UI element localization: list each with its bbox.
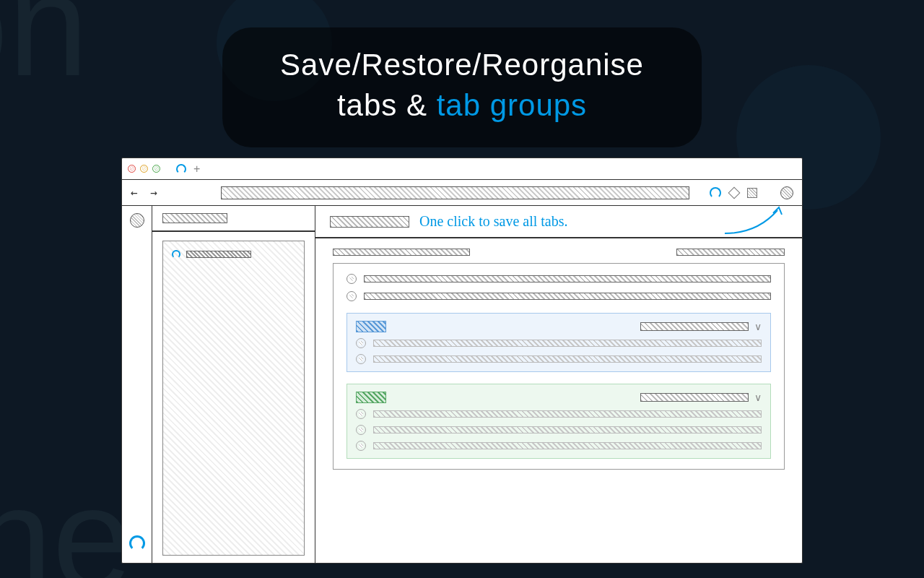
sidebar-list xyxy=(162,241,305,556)
extension-icon-2[interactable] xyxy=(747,188,757,198)
browser-menu-icon[interactable] xyxy=(780,186,793,199)
favicon-icon xyxy=(346,291,357,301)
favicon-icon xyxy=(356,441,366,451)
saved-tab-row[interactable] xyxy=(356,441,762,451)
window-minimize-icon[interactable] xyxy=(140,165,148,173)
tab-title xyxy=(373,355,762,363)
group-color-chip[interactable] xyxy=(356,392,386,403)
tab-title xyxy=(373,410,762,418)
tab-title xyxy=(373,442,762,449)
group-color-chip[interactable] xyxy=(356,321,386,332)
tab-title xyxy=(373,426,762,434)
onetab-logo-icon[interactable] xyxy=(129,535,145,551)
favicon-icon xyxy=(356,425,366,435)
address-bar[interactable] xyxy=(221,186,689,199)
content-title xyxy=(330,216,409,228)
headline-line2: tabs & tab groups xyxy=(280,88,644,123)
saved-tab-row[interactable] xyxy=(356,409,762,419)
tab-title xyxy=(373,340,762,347)
favicon-icon xyxy=(356,338,366,348)
saved-tab-row[interactable] xyxy=(346,274,771,284)
activity-rail xyxy=(122,206,152,563)
sidebar-item-label xyxy=(186,251,251,258)
callout-annotation: One click to save all tabs. xyxy=(419,213,568,230)
sidebar-item-icon xyxy=(172,250,180,259)
favicon-icon xyxy=(356,409,366,419)
browser-window-mock: + ← → xyxy=(121,158,803,564)
saved-tab-row[interactable] xyxy=(346,291,771,301)
favicon-icon xyxy=(346,274,357,284)
chevron-down-icon[interactable]: ∨ xyxy=(754,321,762,332)
tab-group-blue: ∨ xyxy=(346,313,771,372)
group-name xyxy=(640,393,749,402)
nav-back-forward[interactable]: ← → xyxy=(131,186,160,199)
content-meta-row xyxy=(330,249,788,256)
saved-tab-row[interactable] xyxy=(356,338,762,348)
main-content: One click to save all tabs. xyxy=(315,206,802,563)
tab-title xyxy=(364,275,771,282)
onetab-extension-icon[interactable] xyxy=(710,187,721,199)
toolbar: ← → xyxy=(122,180,802,206)
headline-line1: Save/Restore/Reorganise xyxy=(280,48,644,82)
meta-left xyxy=(333,249,470,256)
window-maximize-icon[interactable] xyxy=(152,165,160,173)
saved-tab-row[interactable] xyxy=(356,354,762,364)
window-close-icon[interactable] xyxy=(128,165,136,173)
saved-tab-row[interactable] xyxy=(356,425,762,435)
extension-icon[interactable] xyxy=(728,186,741,199)
group-name xyxy=(640,322,749,331)
new-tab-button[interactable]: + xyxy=(193,163,200,176)
active-tab-icon[interactable] xyxy=(176,164,186,174)
tab-bar: + xyxy=(122,158,802,180)
sidebar-item[interactable] xyxy=(172,250,295,259)
favicon-icon xyxy=(356,354,366,364)
sidebar xyxy=(152,206,315,563)
promo-headline: Save/Restore/Reorganise tabs & tab group… xyxy=(222,27,702,147)
tab-session-card: ∨ xyxy=(333,263,785,470)
rail-item[interactable] xyxy=(130,213,144,228)
sidebar-title xyxy=(162,213,227,223)
chevron-down-icon[interactable]: ∨ xyxy=(754,392,762,403)
meta-right xyxy=(676,249,785,256)
tab-group-green: ∨ xyxy=(346,384,771,459)
tab-title xyxy=(364,293,771,300)
